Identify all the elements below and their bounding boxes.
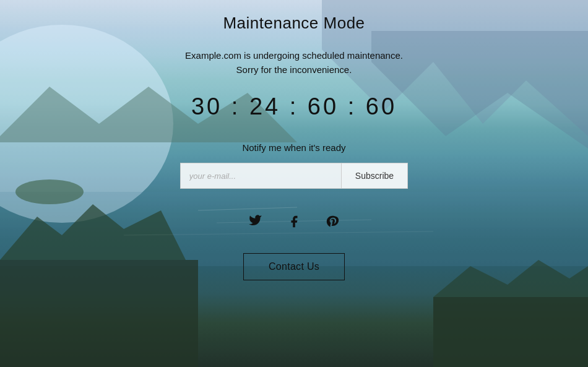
page-title: Maintenance Mode: [223, 14, 365, 33]
email-input[interactable]: [180, 163, 341, 189]
facebook-link[interactable]: [283, 211, 305, 232]
social-links: [245, 211, 343, 232]
twitter-link[interactable]: [245, 211, 266, 232]
sorry-text: Sorry for the inconvenience.: [236, 64, 352, 75]
countdown-display: 30 : 24 : 60 : 60: [191, 93, 397, 120]
subtitle-text: Example.com is undergoing scheduled main…: [185, 50, 403, 61]
contact-us-button[interactable]: Contact Us: [243, 253, 345, 280]
subscribe-button[interactable]: Subscribe: [341, 163, 408, 189]
main-content: Maintenance Mode Example.com is undergoi…: [0, 0, 588, 367]
subscribe-form: Subscribe: [180, 163, 408, 189]
notify-label: Notify me when it's ready: [242, 142, 345, 153]
pinterest-link[interactable]: [322, 211, 343, 232]
